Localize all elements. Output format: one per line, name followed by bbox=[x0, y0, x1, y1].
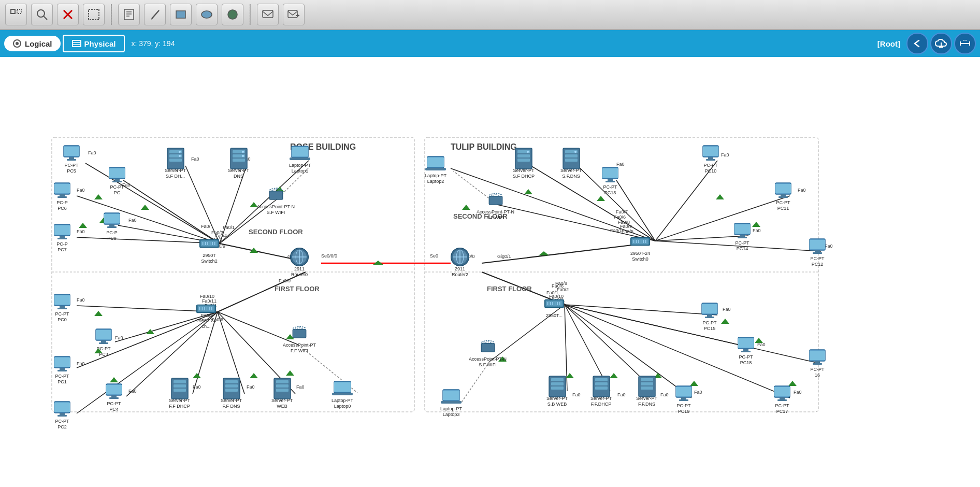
delete-tool[interactable] bbox=[57, 4, 79, 25]
node-server-sf-dhcp2[interactable]: Server-PTS.F DHCP bbox=[513, 149, 535, 179]
node-pc10[interactable]: PC-PTPC10 bbox=[700, 144, 721, 174]
node-pc7[interactable]: PC-PPC7 bbox=[52, 223, 73, 253]
toolbar bbox=[0, 0, 980, 30]
svg-text:Fa0: Fa0 bbox=[723, 307, 731, 312]
svg-rect-301 bbox=[276, 380, 289, 383]
ellipse-tool[interactable] bbox=[196, 4, 218, 25]
svg-rect-173 bbox=[54, 184, 70, 193]
pencil-tool[interactable] bbox=[144, 4, 166, 25]
node-pc0[interactable]: PC-PTPC0 bbox=[52, 293, 73, 323]
svg-text:Fa0: Fa0 bbox=[128, 218, 137, 223]
network-canvas[interactable]: Fa0/1 Fa0/3 Fa0/4 Fa0/5 Fa0/8 Fa0/9 Fa0/… bbox=[0, 57, 980, 487]
node-pc[interactable]: PC-PTPC bbox=[107, 166, 127, 196]
node-pc4[interactable]: PC-PTPC4 bbox=[104, 382, 124, 412]
svg-rect-16 bbox=[263, 10, 273, 18]
svg-rect-346 bbox=[595, 382, 608, 385]
pc-icon bbox=[52, 355, 73, 374]
zoom-tool[interactable] bbox=[31, 4, 53, 25]
svg-marker-81 bbox=[79, 223, 87, 228]
ap-icon bbox=[289, 324, 310, 342]
node-pc13[interactable]: PC-PTPC13 bbox=[600, 166, 621, 196]
zoom-fit-btn[interactable] bbox=[954, 33, 976, 54]
svg-rect-1 bbox=[17, 9, 21, 13]
svg-line-75 bbox=[565, 305, 821, 364]
svg-line-40 bbox=[185, 166, 220, 244]
pc9-label: PC-PPC9 bbox=[106, 230, 118, 241]
node-ap-sf-wifi[interactable]: AccessPoint-PT-NS.F WIFI bbox=[257, 185, 295, 216]
node-switch2[interactable]: 2950TSwitch2 bbox=[199, 234, 220, 264]
svg-rect-185 bbox=[109, 168, 125, 178]
svg-rect-202 bbox=[290, 157, 310, 160]
back-btn[interactable] bbox=[906, 33, 928, 54]
node-server-ff-dns[interactable]: Server-PTF.F DNS bbox=[221, 379, 242, 409]
marquee-tool[interactable] bbox=[83, 4, 105, 25]
svg-line-38 bbox=[77, 237, 220, 244]
server-icon bbox=[165, 149, 186, 168]
ap-icon bbox=[478, 338, 498, 356]
laptop-icon bbox=[425, 154, 446, 173]
node-pc17[interactable]: PC-PTPC17 bbox=[772, 384, 792, 414]
pc18-label: PC-PTPC18 bbox=[739, 354, 753, 366]
ap-icon bbox=[485, 191, 506, 209]
node-pc14[interactable]: PC-PTPC14 bbox=[732, 222, 753, 252]
node-router0[interactable]: 2911Router0 bbox=[289, 248, 310, 278]
server-icon bbox=[169, 379, 190, 398]
pc0-label: PC-PTPC0 bbox=[55, 311, 69, 323]
node-pc18[interactable]: PC-PTPC18 bbox=[736, 336, 756, 366]
node-pc12[interactable]: PC-PTPC12 bbox=[807, 237, 828, 267]
node-laptop1[interactable]: Laptop-PTLaptop1 bbox=[289, 144, 311, 174]
node-switch0[interactable]: 2950T-24Switch0 bbox=[630, 232, 651, 262]
svg-rect-293 bbox=[174, 380, 186, 383]
svg-rect-13 bbox=[176, 11, 185, 18]
select-tool[interactable] bbox=[5, 4, 27, 25]
node-ap-ff-wifi[interactable]: AccessPoint-PTF.F WIFI bbox=[283, 324, 316, 354]
node-pc16[interactable]: PC-PT16 bbox=[807, 348, 828, 378]
svg-text:Fa0: Fa0 bbox=[753, 228, 761, 233]
node-laptop0[interactable]: Laptop-PTLaptop0 bbox=[332, 379, 353, 409]
node-laptop2[interactable]: Laptop-PTLaptop2 bbox=[425, 154, 446, 184]
svg-rect-261 bbox=[810, 240, 825, 249]
node-router2[interactable]: 2911Router2 bbox=[450, 248, 470, 278]
pdu-add-tool[interactable] bbox=[283, 4, 305, 25]
node-server-sf-dns2[interactable]: Server-PTS.F.DNS bbox=[560, 149, 582, 179]
node-pc11[interactable]: PC-PTPC11 bbox=[773, 181, 794, 211]
node-laptop3[interactable]: Laptop-PTLaptop3 bbox=[440, 388, 462, 418]
node-pc3[interactable]: PC-PTPC3 bbox=[93, 327, 114, 357]
freeform-tool[interactable] bbox=[222, 4, 243, 25]
node-server-web[interactable]: Server-PTWEB bbox=[271, 379, 293, 409]
node-server-ff-dhcp[interactable]: Server-PTF.F DHCP bbox=[169, 379, 190, 409]
node-server-sb-web[interactable]: Server-PTS.B WEB bbox=[546, 377, 568, 407]
node-switch1[interactable]: 2950T... bbox=[544, 294, 565, 324]
router2-label: 2911Router2 bbox=[452, 266, 468, 278]
node-ap-sf-wifi3[interactable]: AccessPoint-PT-NS.F.WIFI bbox=[469, 338, 507, 368]
svg-marker-94 bbox=[193, 373, 201, 378]
node-pc9[interactable]: PC-PPC9 bbox=[102, 211, 122, 241]
pc-icon bbox=[807, 348, 828, 367]
svg-rect-254 bbox=[781, 194, 786, 196]
node-pc15[interactable]: PC-PTPC15 bbox=[699, 302, 720, 332]
node-server-sf-dhcp[interactable]: Server-PTS.F DH... bbox=[165, 149, 186, 179]
svg-rect-334 bbox=[780, 397, 785, 399]
node-server-ff-dhcp2[interactable]: Server-PTF.F.DHCP bbox=[590, 377, 612, 407]
note-tool[interactable] bbox=[118, 4, 140, 25]
cloud-btn[interactable] bbox=[930, 33, 952, 54]
pdu-tool[interactable] bbox=[257, 4, 279, 25]
pc11-label: PC-PTPC11 bbox=[776, 200, 790, 211]
rectangle-tool[interactable] bbox=[170, 4, 192, 25]
svg-rect-283 bbox=[57, 415, 67, 417]
pc-icon bbox=[700, 144, 721, 163]
node-ap-sf-wifi2[interactable]: AccessPoint-PT-NS.F.WIFI bbox=[477, 191, 514, 221]
node-switch-ff[interactable]: 2950T-24ch... bbox=[196, 299, 217, 330]
node-server-ff-dns2[interactable]: Server-PTF.F.DNS bbox=[636, 377, 657, 407]
physical-mode-btn[interactable]: Physical bbox=[63, 35, 125, 52]
node-pc19[interactable]: PC-PTPC19 bbox=[673, 384, 694, 414]
node-server-dns[interactable]: Server-PTDNS bbox=[228, 149, 249, 179]
svg-point-15 bbox=[228, 10, 237, 19]
node-pc2[interactable]: PC-PTPC2 bbox=[52, 400, 73, 430]
logical-mode-btn[interactable]: Logical bbox=[4, 36, 61, 51]
node-pc1[interactable]: PC-PTPC1 bbox=[52, 355, 73, 385]
node-pc5[interactable]: PC-PTPC5 bbox=[61, 144, 82, 174]
svg-rect-335 bbox=[777, 399, 787, 401]
svg-rect-201 bbox=[292, 147, 308, 156]
node-pc6[interactable]: PC-PPC6 bbox=[52, 181, 73, 211]
